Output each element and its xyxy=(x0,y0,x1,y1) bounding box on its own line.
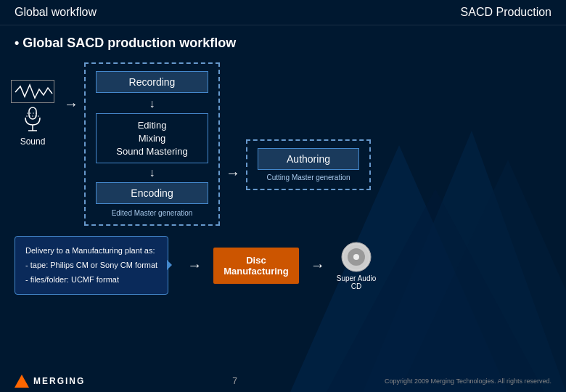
svg-point-11 xyxy=(353,254,359,260)
authoring-box: Authoring xyxy=(258,148,359,170)
recording-box: Recording xyxy=(96,71,208,93)
disc-manufacturing-box: Disc Manufacturing xyxy=(213,248,299,284)
mixing-label: Mixing xyxy=(139,133,166,144)
page-number: 7 xyxy=(232,376,237,386)
bubble-tail xyxy=(167,260,177,270)
edited-master-label: Edited Master generation xyxy=(112,209,193,217)
super-audio-cd: Super Audio CD xyxy=(337,241,377,290)
cd-disc-icon xyxy=(340,241,372,273)
delivery-bubble: Delivery to a Manufacturing plant as: - … xyxy=(15,236,168,295)
header-right: SACD Production xyxy=(461,6,551,19)
header: Global workflow SACD Production xyxy=(0,0,566,25)
arrow-down-1: ↓ xyxy=(149,97,155,110)
sound-label: Sound xyxy=(20,136,46,147)
arrow-to-cd: → xyxy=(311,257,325,274)
sound-mastering-label: Sound Mastering xyxy=(116,146,187,157)
arrow-to-authoring: → xyxy=(226,165,240,181)
page-title: • Global SACD production workflow xyxy=(0,25,566,57)
footer-logo: MERGING xyxy=(15,375,85,388)
header-left: Global workflow xyxy=(15,6,97,19)
delivery-line2: - tape: Philips CM or Sony CM format xyxy=(25,258,157,273)
editing-label: Editing xyxy=(138,120,167,131)
logo-triangle xyxy=(15,375,29,388)
editing-group: Editing Mixing Sound Mastering xyxy=(96,113,208,163)
cutting-master-label: Cutting Master generation xyxy=(266,173,350,181)
super-audio-label: Super Audio CD xyxy=(337,274,377,290)
arrow-down-2: ↓ xyxy=(149,166,155,179)
mic-icon xyxy=(22,106,44,134)
footer: MERGING 7 Copyright 2009 Merging Technol… xyxy=(0,375,566,388)
copyright: Copyright 2009 Merging Technologies. All… xyxy=(385,377,551,385)
wave-icon xyxy=(11,80,54,103)
authoring-workflow-box: Authoring Cutting Master generation xyxy=(246,139,371,190)
delivery-line1: Delivery to a Manufacturing plant as: xyxy=(25,244,157,258)
delivery-line3: - files/folder: UCMF format xyxy=(25,273,157,287)
main-workflow-box: Recording ↓ Editing Mixing Sound Masteri… xyxy=(84,62,220,226)
arrow-to-disc: → xyxy=(187,257,202,274)
encoding-box: Encoding xyxy=(96,182,208,204)
bottom-section: Delivery to a Manufacturing plant as: - … xyxy=(0,229,566,302)
arrow-to-recording: → xyxy=(64,96,78,113)
logo-text: MERGING xyxy=(33,376,85,386)
